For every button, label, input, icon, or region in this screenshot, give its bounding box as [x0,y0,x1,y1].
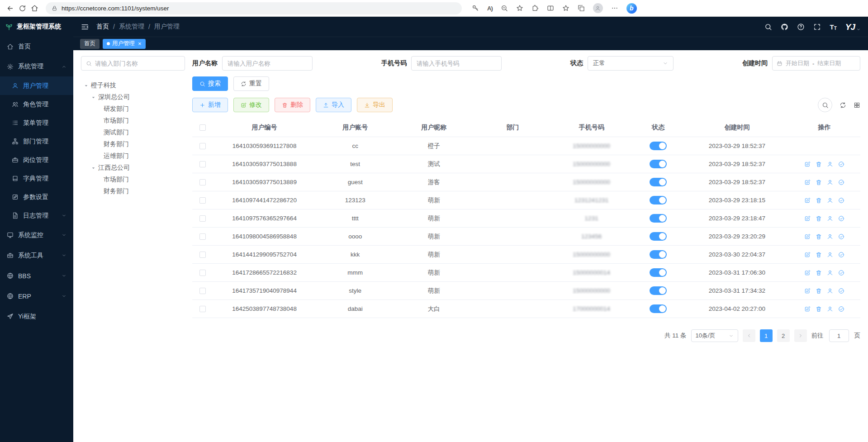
add-button[interactable]: 新增 [192,98,228,112]
fullscreen-icon[interactable] [813,23,821,31]
browser-back-icon[interactable] [6,5,14,12]
status-select[interactable]: 正常 [588,56,674,71]
status-toggle[interactable] [650,196,667,204]
assign-role-icon[interactable] [838,252,844,258]
assign-role-icon[interactable] [838,179,844,185]
assign-role-icon[interactable] [838,270,844,276]
tree-node[interactable]: 市场部门 [81,174,185,185]
goto-page-input[interactable] [829,329,849,342]
edit-action-icon[interactable] [804,215,811,222]
delete-action-icon[interactable] [816,215,822,222]
tree-node[interactable]: 运维部门 [81,150,185,162]
edit-action-icon[interactable] [804,161,811,167]
assign-role-icon[interactable] [838,215,844,222]
close-tab-icon[interactable]: × [138,41,142,47]
split-screen-icon[interactable] [547,5,554,12]
ssl-lock-icon[interactable] [52,5,57,11]
sidebar-item-bbs[interactable]: BBS [0,266,73,286]
status-toggle[interactable] [650,142,667,150]
collections-icon[interactable] [578,5,585,12]
row-checkbox[interactable] [199,197,206,204]
github-icon[interactable] [781,23,788,31]
sidebar-item-users[interactable]: 用户管理 [0,76,73,95]
sidebar-item-monitor[interactable]: 系统监控 [0,225,73,245]
tree-node[interactable]: 深圳总公司 [81,91,185,103]
help-question-icon[interactable] [797,23,805,31]
status-toggle[interactable] [650,214,667,223]
sidebar-item-home[interactable]: 首页 [0,37,73,57]
status-toggle[interactable] [650,160,667,168]
row-checkbox[interactable] [199,179,206,185]
select-all-checkbox[interactable] [199,124,206,131]
reset-password-icon[interactable] [827,161,833,167]
row-checkbox[interactable] [199,161,206,167]
edit-action-icon[interactable] [804,197,811,204]
password-key-icon[interactable] [472,5,479,12]
app-logo[interactable]: 意框架管理系统 [0,17,73,37]
status-toggle[interactable] [650,250,667,259]
delete-action-icon[interactable] [816,252,822,258]
read-aloud-icon[interactable]: A) [487,5,493,12]
browser-home-icon[interactable] [31,5,38,12]
sidebar-item-parameters[interactable]: 参数设置 [0,188,73,206]
date-start-placeholder[interactable]: 开始日期 [786,59,809,67]
date-range-picker[interactable]: 开始日期 - 结束日期 [772,56,860,71]
reset-password-icon[interactable] [827,252,833,258]
reset-password-icon[interactable] [827,233,833,240]
delete-button[interactable]: 删除 [275,98,310,112]
prev-page-button[interactable] [743,329,755,342]
url-text[interactable]: https://ccnetcore.com:1101/system/user [62,5,169,12]
sidebar-item-yi-framework[interactable]: Yi框架 [0,306,73,327]
tree-node[interactable]: 江西总公司 [81,162,185,174]
search-icon[interactable] [764,23,772,31]
breadcrumb-home[interactable]: 首页 [96,23,109,31]
extensions-puzzle-icon[interactable] [531,5,539,12]
collapse-sidebar-icon[interactable] [81,23,89,31]
export-button[interactable]: 导出 [357,98,393,112]
sidebar-item-departments[interactable]: 部门管理 [0,132,73,151]
status-toggle[interactable] [650,304,667,313]
row-checkbox[interactable] [199,288,206,294]
edit-action-icon[interactable] [804,270,811,276]
copilot-icon[interactable]: b [626,3,637,14]
assign-role-icon[interactable] [838,197,844,204]
caret-down-icon[interactable] [91,95,96,100]
row-checkbox[interactable] [199,270,206,276]
font-size-icon[interactable]: TT [830,23,836,31]
delete-action-icon[interactable] [816,288,822,294]
edit-action-icon[interactable] [804,306,811,312]
delete-action-icon[interactable] [816,306,822,312]
reset-button[interactable]: 重置 [233,76,269,91]
user-avatar-menu[interactable]: YJ [845,22,861,32]
delete-action-icon[interactable] [816,179,822,185]
status-toggle[interactable] [650,268,667,277]
status-toggle[interactable] [650,232,667,241]
delete-action-icon[interactable] [816,197,822,204]
assign-role-icon[interactable] [838,288,844,294]
browser-profile-avatar[interactable] [593,3,603,13]
tab-home[interactable]: 首页 [80,39,100,49]
tree-node[interactable]: 橙子科技 [81,80,185,91]
tree-node[interactable]: 研发部门 [81,103,185,115]
favorites-add-star-icon[interactable] [516,5,523,12]
delete-action-icon[interactable] [816,270,822,276]
date-end-placeholder[interactable]: 结束日期 [817,59,841,67]
reset-password-icon[interactable] [827,270,833,276]
edit-action-icon[interactable] [804,233,811,240]
row-checkbox[interactable] [199,215,206,222]
sidebar-item-system[interactable]: 系统管理 [0,57,73,76]
sidebar-item-menus[interactable]: 菜单管理 [0,114,73,132]
column-settings-icon[interactable] [854,102,860,109]
delete-action-icon[interactable] [816,233,822,240]
sidebar-item-tools[interactable]: 系统工具 [0,245,73,266]
reset-password-icon[interactable] [827,306,833,312]
assign-role-icon[interactable] [838,306,844,312]
zoom-icon[interactable] [501,5,508,12]
tree-node[interactable]: 测试部门 [81,127,185,138]
address-bar[interactable]: https://ccnetcore.com:1101/system/user [46,2,462,14]
phone-input[interactable] [411,56,502,71]
caret-down-icon[interactable] [84,83,89,88]
delete-action-icon[interactable] [816,161,822,167]
assign-role-icon[interactable] [838,233,844,240]
row-checkbox[interactable] [199,252,206,258]
